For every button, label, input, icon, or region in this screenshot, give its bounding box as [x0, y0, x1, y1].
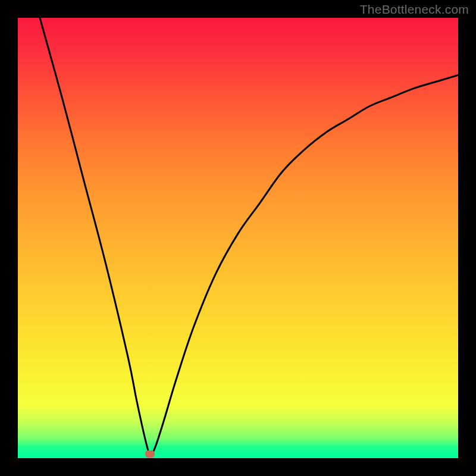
optimum-marker [145, 450, 155, 458]
plot-area [18, 18, 458, 458]
bottleneck-curve [18, 18, 458, 458]
chart-frame: TheBottleneck.com [0, 0, 476, 476]
watermark-text: TheBottleneck.com [360, 2, 469, 17]
